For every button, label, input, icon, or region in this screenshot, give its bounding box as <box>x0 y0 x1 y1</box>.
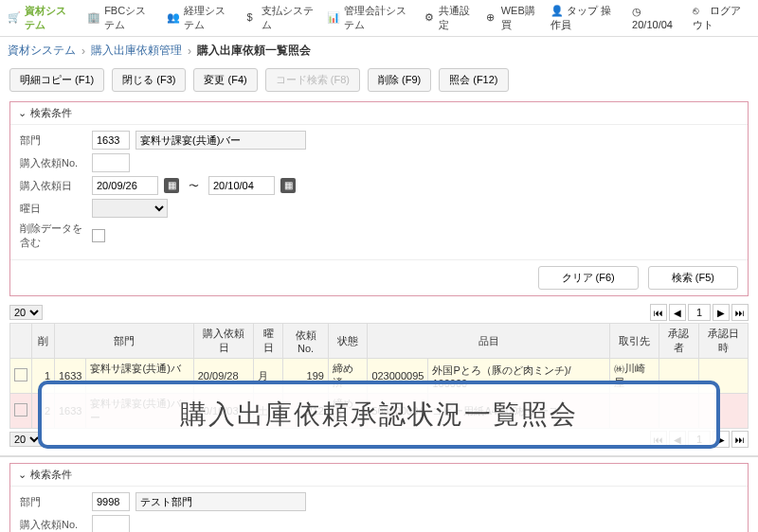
chevron-right-icon: › <box>81 44 85 58</box>
incdel-label: 削除データを含む <box>20 222 86 250</box>
dept-code-input[interactable] <box>92 492 130 511</box>
prev-page-button[interactable]: ◀ <box>669 304 686 321</box>
date-to-input[interactable] <box>208 176 275 195</box>
top-nav: 🛒資材システム 🏢FBCシステム 👥経理システム $支払システム 📊管理会計シス… <box>0 0 758 37</box>
user-icon: 👤 <box>550 5 564 18</box>
dept-label: 部門 <box>20 495 86 509</box>
reqno-input[interactable] <box>92 153 130 172</box>
query-button[interactable]: 照会 (F12) <box>439 68 508 92</box>
dept-name-input[interactable] <box>135 131 306 150</box>
change-button[interactable]: 変更 (F4) <box>193 68 257 92</box>
last-page-button[interactable]: ⏭ <box>731 304 749 321</box>
panel-title: 検索条件 <box>30 468 72 482</box>
nav-shizai[interactable]: 🛒資材システム <box>8 4 76 32</box>
building-icon: 🏢 <box>87 11 100 25</box>
col-approver: 承認者 <box>659 324 699 359</box>
dow-select[interactable] <box>92 199 168 218</box>
nav-fbc[interactable]: 🏢FBCシステム <box>87 4 155 32</box>
breadcrumb: 資材システム › 購入出庫依頼管理 › 購入出庫依頼一覧照会 <box>0 37 758 64</box>
nav-web[interactable]: ⊕WEB購買 <box>486 4 539 32</box>
col-del: 削 <box>32 324 55 359</box>
close-button[interactable]: 閉じる (F3) <box>112 68 186 92</box>
chart-icon: 📊 <box>327 11 340 25</box>
logout-link[interactable]: ⎋ ログアウト <box>693 4 750 32</box>
nav-kanri[interactable]: 📊管理会計システム <box>327 4 413 32</box>
first-page-button[interactable]: ⏮ <box>650 304 667 321</box>
next-page-button[interactable]: ▶ <box>713 304 730 321</box>
crumb-0[interactable]: 資材システム <box>8 43 76 59</box>
search-panel-lower: ⌄ 検索条件 部門 購入依頼No. 購入依頼日 ▦ 〜 ▦ 曜日 削除データを含… <box>9 463 749 532</box>
search-button[interactable]: 検索 (F5) <box>648 266 738 290</box>
reqdate-label: 購入依頼日 <box>20 179 86 193</box>
last-page-button[interactable]: ⏭ <box>731 431 749 448</box>
share-icon: ⚙ <box>424 11 436 25</box>
row-checkbox[interactable] <box>14 368 27 381</box>
clear-button[interactable]: クリア (F6) <box>538 266 639 290</box>
panel-header[interactable]: ⌄ 検索条件 <box>10 102 748 125</box>
clock-icon: ◷ <box>632 6 645 19</box>
page-number-input[interactable] <box>688 304 711 321</box>
dow-label: 曜日 <box>20 202 86 216</box>
crumb-1[interactable]: 購入出庫依頼管理 <box>91 43 182 59</box>
user-label: 👤 タップ 操作員 <box>550 4 619 32</box>
calendar-icon[interactable]: ▦ <box>164 178 179 193</box>
col-approvedate: 承認日時 <box>698 324 748 359</box>
nav-shiharai[interactable]: $支払システム <box>246 4 315 32</box>
tilde: 〜 <box>189 179 199 193</box>
dept-name-input[interactable] <box>135 492 306 511</box>
calendar-icon[interactable]: ▦ <box>280 178 296 193</box>
col-reqdate: 購入依頼日 <box>193 324 254 359</box>
date-from-input[interactable] <box>92 176 158 195</box>
copy-button[interactable]: 明細コピー (F1) <box>9 68 104 92</box>
panel-header[interactable]: ⌄ 検索条件 <box>10 464 748 487</box>
logout-icon: ⎋ <box>693 5 706 18</box>
reqno-label: 購入依頼No. <box>20 518 86 532</box>
incdel-checkbox[interactable] <box>92 229 105 242</box>
chevron-right-icon: › <box>188 44 191 58</box>
col-reqno: 依頼No. <box>283 324 329 359</box>
people-icon: 👥 <box>167 11 180 25</box>
chevron-down-icon: ⌄ <box>18 107 27 119</box>
codesearch-button[interactable]: コード検索 (F8) <box>265 68 360 92</box>
pager-top-upper: 20 ⏮ ◀ ▶ ⏭ <box>0 302 758 323</box>
pagesize-select[interactable]: 20 <box>9 305 43 320</box>
overlay-title: 購入出庫依頼承認状況一覧照会 <box>38 381 720 449</box>
col-status: 状態 <box>328 324 368 359</box>
row-checkbox[interactable] <box>14 403 27 417</box>
chevron-down-icon: ⌄ <box>18 469 27 481</box>
col-dept: 部門 <box>55 324 194 359</box>
dept-label: 部門 <box>20 133 86 148</box>
col-dow: 曜日 <box>254 324 283 359</box>
panel-title: 検索条件 <box>30 106 72 120</box>
delete-button[interactable]: 削除 (F9) <box>368 68 431 92</box>
cart-icon: 🛒 <box>8 11 21 25</box>
nav-common[interactable]: ⚙共通設定 <box>424 4 475 32</box>
action-bar: 明細コピー (F1) 閉じる (F3) 変更 (F4) コード検索 (F8) 削… <box>0 64 758 96</box>
search-panel-upper: ⌄ 検索条件 部門 購入依頼No. 購入依頼日 ▦ 〜 ▦ 曜日 削除データを含… <box>9 101 749 296</box>
reqno-label: 購入依頼No. <box>20 156 86 170</box>
dept-code-input[interactable] <box>92 131 130 150</box>
dollar-icon: $ <box>246 11 258 25</box>
reqno-input[interactable] <box>92 515 130 532</box>
globe-icon: ⊕ <box>486 11 497 25</box>
col-item: 品目 <box>368 324 610 359</box>
crumb-current: 購入出庫依頼一覧照会 <box>197 43 311 59</box>
nav-keiri[interactable]: 👥経理システム <box>167 4 235 32</box>
date-label: ◷ 20/10/04 <box>632 6 679 30</box>
col-vendor: 取引先 <box>609 324 659 359</box>
